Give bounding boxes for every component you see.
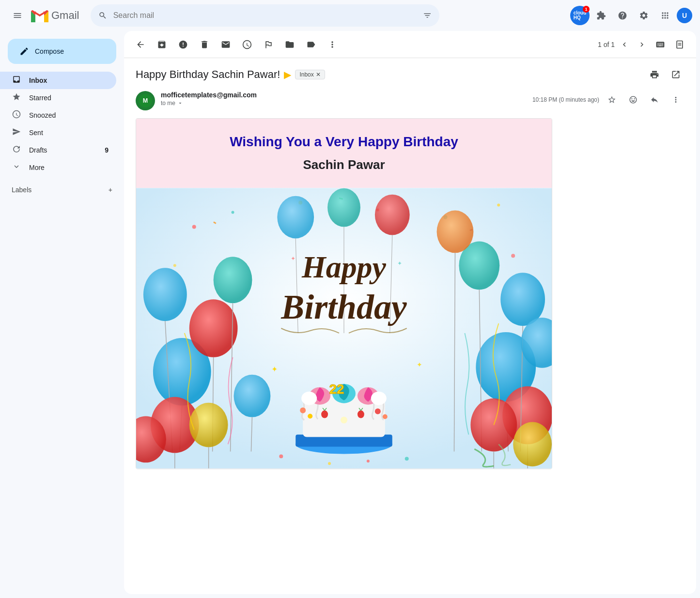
svg-point-10 — [511, 254, 515, 258]
subject-line: Happy Birthday Sachin Pawar! ▶ Inbox ✕ — [136, 66, 684, 83]
mark-unread-button[interactable] — [217, 36, 234, 53]
svg-point-68 — [405, 457, 409, 460]
sidebar-item-snoozed[interactable]: Snoozed — [0, 107, 116, 124]
svg-point-18 — [143, 268, 187, 321]
sidebar-item-inbox[interactable]: Inbox — [0, 72, 116, 89]
star-icon — [12, 92, 21, 104]
sender-row: M mofficetemplates@gmail.com to me — [136, 91, 684, 110]
labels-title: Labels — [12, 186, 31, 194]
topbar: Gmail cloudHQ 1 — [0, 0, 700, 31]
pagination: 1 of 1 — [598, 36, 688, 53]
svg-text:M: M — [143, 97, 148, 104]
sidebar-item-sent[interactable]: Sent — [0, 124, 116, 141]
sidebar-item-starred[interactable]: Starred — [0, 89, 116, 107]
email-subject: Happy Birthday Sachin Pawar! — [136, 68, 280, 81]
birthday-card-title: Wishing You a Very Happy Birthday — [148, 134, 540, 150]
svg-point-20 — [214, 257, 252, 303]
birthday-scene-svg: Happy Birthday — [136, 188, 552, 469]
star-button[interactable] — [603, 91, 621, 108]
drafts-label: Drafts — [29, 146, 97, 154]
pagination-text: 1 of 1 — [598, 41, 615, 48]
birthday-card-header: Wishing You a Very Happy Birthday Sachin… — [136, 119, 552, 188]
svg-point-62 — [375, 409, 381, 414]
next-email-button[interactable] — [634, 37, 650, 52]
svg-point-67 — [279, 454, 283, 458]
compose-button[interactable]: Compose — [8, 39, 116, 64]
svg-text:Birthday: Birthday — [280, 288, 407, 326]
cloudhq-button[interactable]: cloudHQ 1 — [570, 6, 590, 25]
svg-point-4 — [232, 211, 234, 214]
svg-point-47 — [327, 188, 360, 227]
svg-text:✦: ✦ — [397, 260, 402, 267]
move-to-button[interactable] — [281, 36, 298, 53]
sender-top-row: mofficetemplates@gmail.com to me 10:18 P… — [161, 91, 684, 108]
more-options-button[interactable] — [324, 36, 341, 53]
search-icon — [98, 11, 107, 20]
inbox-tag-label: Inbox — [299, 71, 313, 78]
archive-button[interactable] — [153, 36, 171, 53]
svg-point-43 — [277, 196, 314, 239]
label-button[interactable] — [302, 36, 320, 53]
gmail-text: Gmail — [51, 9, 79, 22]
search-bar — [91, 4, 439, 27]
email-time: 10:18 PM (0 minutes ago) — [532, 96, 599, 103]
labels-section: Labels + — [0, 180, 124, 199]
svg-point-9 — [173, 264, 176, 267]
svg-point-60 — [300, 408, 306, 414]
svg-point-42 — [513, 422, 552, 467]
svg-point-69 — [328, 462, 331, 465]
drafts-icon — [12, 145, 21, 156]
svg-point-45 — [375, 195, 410, 235]
toggle-split-button[interactable] — [671, 36, 688, 53]
birthday-image: Happy Birthday — [136, 188, 552, 469]
sender-info: mofficetemplates@gmail.com to me 10:18 P… — [161, 91, 684, 108]
svg-text:22: 22 — [329, 382, 344, 397]
search-input[interactable] — [113, 11, 418, 20]
menu-button[interactable] — [8, 6, 27, 25]
back-button[interactable] — [132, 36, 149, 53]
to-me-dropdown-icon[interactable] — [177, 100, 183, 106]
open-new-window-button[interactable] — [667, 66, 684, 83]
inbox-icon — [12, 75, 21, 86]
emoji-reaction-button[interactable] — [624, 91, 642, 108]
search-filter-icon[interactable] — [423, 11, 432, 20]
birthday-card-name: Sachin Pawar — [148, 157, 540, 172]
compose-label: Compose — [35, 47, 64, 55]
svg-point-33 — [500, 273, 545, 326]
extensions-button[interactable] — [591, 6, 611, 25]
reply-button[interactable] — [646, 91, 663, 108]
compose-icon — [19, 46, 29, 56]
remove-tag-button[interactable]: ✕ — [316, 71, 321, 78]
starred-label: Starred — [29, 94, 109, 102]
inbox-label: Inbox — [29, 77, 109, 84]
add-label-button[interactable]: + — [109, 186, 112, 194]
inbox-tag: Inbox ✕ — [295, 70, 325, 79]
print-button[interactable] — [646, 66, 663, 83]
account-avatar[interactable]: U — [677, 8, 692, 23]
apps-button[interactable] — [655, 6, 675, 25]
gmail-logo: Gmail — [31, 9, 79, 22]
settings-button[interactable] — [634, 6, 653, 25]
svg-point-64 — [341, 417, 347, 424]
sidebar-item-more[interactable]: More — [0, 159, 116, 176]
help-button[interactable] — [613, 6, 632, 25]
keyboard-shortcuts-button[interactable] — [652, 36, 669, 53]
snooze-button[interactable] — [238, 36, 256, 53]
svg-text:Happy: Happy — [301, 250, 386, 284]
email-meta: 10:18 PM (0 minutes ago) — [532, 91, 684, 108]
delete-button[interactable] — [196, 36, 213, 53]
sidebar-item-drafts[interactable]: Drafts 9 — [0, 141, 116, 159]
more-icon — [12, 162, 21, 173]
svg-point-16 — [189, 299, 238, 357]
email-toolbar: 1 of 1 — [124, 31, 696, 58]
svg-point-58 — [371, 392, 387, 405]
svg-point-38 — [470, 399, 517, 452]
avatar-icon: M — [139, 94, 152, 107]
svg-point-8 — [497, 204, 500, 207]
add-tasks-button[interactable] — [260, 36, 277, 53]
to-me-label[interactable]: to me — [161, 100, 175, 107]
report-spam-button[interactable] — [174, 36, 192, 53]
more-email-options-button[interactable] — [667, 91, 684, 108]
prev-email-button[interactable] — [617, 37, 632, 52]
drafts-badge: 9 — [105, 146, 109, 154]
